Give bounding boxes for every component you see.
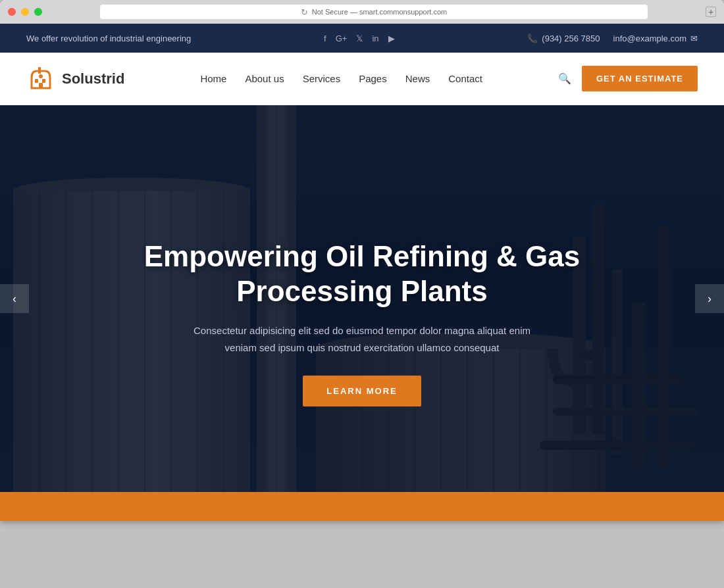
hero-title: Empowering Oil Refining & Gas Processing… xyxy=(132,239,592,309)
email-info: info@example.com ✉ xyxy=(613,34,698,43)
new-tab-button[interactable]: + xyxy=(706,7,716,17)
logo-text: Solustrid xyxy=(62,70,124,87)
nav-link-news[interactable]: News xyxy=(405,73,430,84)
nav-menu: Home About us Services Pages News Contac… xyxy=(200,73,482,85)
reload-icon[interactable]: ↻ xyxy=(301,7,308,17)
minimize-button[interactable] xyxy=(21,8,29,16)
browser-window: ↻ Not Secure — smart.commonsupport.com +… xyxy=(0,0,724,521)
nav-item-services[interactable]: Services xyxy=(303,73,341,85)
top-bar: We offer revolution of industrial engine… xyxy=(0,24,724,53)
close-button[interactable] xyxy=(8,8,16,16)
hero-subtitle: Consectetur adipisicing elit sed do eius… xyxy=(132,322,592,356)
linkedin-icon[interactable]: in xyxy=(372,34,378,43)
address-bar[interactable]: ↻ Not Secure — smart.commonsupport.com xyxy=(100,5,648,19)
svg-rect-1 xyxy=(38,67,41,74)
nav-item-about[interactable]: About us xyxy=(245,73,284,85)
logo-icon xyxy=(26,64,55,93)
nav-link-contact[interactable]: Contact xyxy=(448,73,482,84)
nav-link-about[interactable]: About us xyxy=(245,73,284,84)
website-content: We offer revolution of industrial engine… xyxy=(0,24,724,521)
twitter-icon[interactable]: 𝕏 xyxy=(356,34,363,43)
contact-info: 📞 (934) 256 7850 info@example.com ✉ xyxy=(527,34,698,43)
svg-rect-2 xyxy=(35,79,38,83)
slider-prev-button[interactable]: ‹ xyxy=(0,284,29,313)
youtube-icon[interactable]: ▶ xyxy=(388,34,395,43)
nav-item-contact[interactable]: Contact xyxy=(448,73,482,85)
nav-item-news[interactable]: News xyxy=(405,73,430,85)
hero-content: Empowering Oil Refining & Gas Processing… xyxy=(0,239,724,406)
browser-titlebar: ↻ Not Secure — smart.commonsupport.com + xyxy=(0,0,724,24)
google-plus-icon[interactable]: G+ xyxy=(336,34,348,43)
learn-more-button[interactable]: LEARN MORE xyxy=(303,376,421,406)
nav-link-home[interactable]: Home xyxy=(200,73,226,84)
nav-link-pages[interactable]: Pages xyxy=(359,73,387,84)
search-icon[interactable]: 🔍 xyxy=(558,72,571,85)
maximize-button[interactable] xyxy=(34,8,42,16)
facebook-icon[interactable]: f xyxy=(324,34,326,43)
phone-number: (934) 256 7850 xyxy=(542,34,600,43)
svg-point-5 xyxy=(39,74,43,78)
email-text: info@example.com xyxy=(613,34,686,43)
estimate-button[interactable]: GET AN ESTIMATE xyxy=(582,66,698,91)
tagline: We offer revolution of industrial engine… xyxy=(26,34,191,43)
navbar: Solustrid Home About us Services Pages N… xyxy=(0,53,724,105)
slider-next-button[interactable]: › xyxy=(695,284,724,313)
logo[interactable]: Solustrid xyxy=(26,64,124,93)
phone-icon: 📞 xyxy=(527,34,538,43)
nav-item-home[interactable]: Home xyxy=(200,73,226,85)
nav-item-pages[interactable]: Pages xyxy=(359,73,387,85)
svg-rect-4 xyxy=(39,83,43,88)
hero-section: Empowering Oil Refining & Gas Processing… xyxy=(0,105,724,492)
bottom-strip xyxy=(0,492,724,521)
url-text: Not Secure — smart.commonsupport.com xyxy=(312,8,447,16)
social-links: f G+ 𝕏 in ▶ xyxy=(324,34,394,43)
nav-link-services[interactable]: Services xyxy=(303,73,341,84)
phone-info: 📞 (934) 256 7850 xyxy=(527,34,600,43)
svg-rect-3 xyxy=(42,79,45,83)
email-icon: ✉ xyxy=(690,34,698,43)
